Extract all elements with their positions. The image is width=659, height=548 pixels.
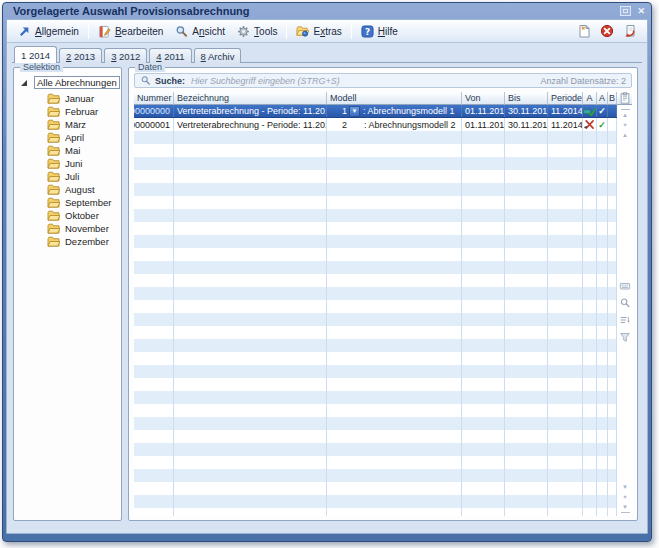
grid-cell bbox=[583, 469, 597, 482]
grid-cell bbox=[505, 235, 548, 248]
grid-cell bbox=[548, 235, 583, 248]
filter-icon[interactable] bbox=[619, 331, 631, 343]
scroll-down-icon[interactable]: ▼ bbox=[617, 482, 632, 492]
new-document-icon[interactable] bbox=[577, 24, 591, 38]
grid-cell bbox=[597, 183, 608, 196]
table-row-1[interactable]: 1000000000Vertreterabrechnung - Periode:… bbox=[134, 105, 617, 118]
toolbar-item-ansicht[interactable]: Ansicht bbox=[169, 23, 231, 40]
table-row-2[interactable]: 1000000001Vertreterabrechnung - Periode:… bbox=[134, 118, 617, 131]
grid-cell bbox=[583, 222, 597, 235]
tree-item-januar[interactable]: Januar bbox=[47, 92, 119, 105]
column-chooser-button[interactable] bbox=[617, 92, 632, 105]
grid-cell bbox=[134, 378, 174, 391]
toolbar-item-bearbeiten[interactable]: Bearbeiten bbox=[92, 23, 169, 40]
search-label: Suche: bbox=[155, 76, 185, 86]
column-header-nummer-0[interactable]: Nummer bbox=[134, 92, 174, 105]
tree-item-juli[interactable]: Juli bbox=[47, 170, 119, 183]
arrow-ne-icon bbox=[18, 25, 31, 38]
grid-cell bbox=[505, 170, 548, 183]
grid-cell bbox=[327, 326, 462, 339]
grid-cell bbox=[583, 482, 597, 495]
grid-cell bbox=[462, 144, 505, 157]
scroll-last-icon[interactable]: ▼ bbox=[621, 502, 630, 513]
tree-item-august[interactable]: August bbox=[47, 183, 119, 196]
grid-cell bbox=[134, 248, 174, 261]
tab-1-2014[interactable]: 1 2014 bbox=[14, 46, 57, 63]
tree-root-alle-abrechnungen[interactable]: Alle Abrechnungen bbox=[21, 75, 119, 90]
nav-diamond-bottom-icon[interactable]: ✦ bbox=[617, 492, 632, 502]
tree-item-februar[interactable]: Februar bbox=[47, 105, 119, 118]
column-header-bezeichnung-1[interactable]: Bezeichnung bbox=[174, 92, 327, 105]
selektion-group-label: Selektion bbox=[20, 62, 63, 72]
tab-8-archiv[interactable]: 8 Archiv bbox=[194, 48, 242, 63]
grid-cell bbox=[505, 391, 548, 404]
tree-item-label: Mai bbox=[65, 145, 80, 156]
sort-icon[interactable] bbox=[619, 314, 631, 326]
tree-expander-icon[interactable] bbox=[21, 80, 27, 86]
search-input[interactable]: Hier Suchbegriff eingeben (STRG+S) bbox=[191, 76, 540, 86]
empty-row bbox=[134, 209, 617, 222]
toolbar: AllgemeinBearbeitenAnsichtToolsExtras?Hi… bbox=[7, 20, 647, 43]
grid-cell bbox=[327, 482, 462, 495]
column-header-a-6[interactable]: A bbox=[583, 92, 597, 105]
tree-item-m-rz[interactable]: März bbox=[47, 118, 119, 131]
grid-cell bbox=[134, 196, 174, 209]
grid-cell bbox=[608, 430, 617, 443]
grid-cell bbox=[174, 495, 327, 508]
grid-cell: 1000000000 bbox=[134, 105, 174, 117]
tree-item-november[interactable]: November bbox=[47, 222, 119, 235]
grid-cell: 01.11.2014 bbox=[462, 105, 505, 117]
modell-dropdown-icon[interactable]: ▼ bbox=[349, 106, 360, 117]
column-header-modell-2[interactable]: Modell bbox=[327, 92, 462, 105]
grid-cell bbox=[174, 456, 327, 469]
tree-item-dezember[interactable]: Dezember bbox=[47, 235, 119, 248]
restore-icon[interactable] bbox=[620, 6, 631, 16]
scroll-first-icon[interactable]: ▲ bbox=[621, 109, 630, 120]
grid-cell bbox=[174, 144, 327, 157]
grid-cell bbox=[462, 365, 505, 378]
toolbar-item-hilfe[interactable]: ?Hilfe bbox=[355, 23, 404, 40]
empty-row bbox=[134, 157, 617, 170]
column-header-von-3[interactable]: Von bbox=[462, 92, 505, 105]
exit-icon[interactable] bbox=[623, 24, 637, 38]
grid-cell bbox=[134, 183, 174, 196]
tab-3-2012[interactable]: 3 2012 bbox=[104, 48, 147, 63]
folder-icon bbox=[47, 223, 60, 234]
grid-cell bbox=[505, 248, 548, 261]
data-grid: NummerBezeichnungModellVonBisPeriodeAAB … bbox=[134, 92, 632, 516]
toolbar-item-tools[interactable]: Tools bbox=[231, 23, 283, 40]
grid-cell bbox=[174, 469, 327, 482]
grid-cell bbox=[174, 391, 327, 404]
toolbar-item-label: Extras bbox=[313, 26, 341, 37]
keyboard-icon[interactable] bbox=[619, 280, 631, 292]
column-header-periode-5[interactable]: Periode bbox=[548, 92, 583, 105]
tab-2-2013[interactable]: 2 2013 bbox=[59, 48, 102, 63]
tree-item-april[interactable]: April bbox=[47, 131, 119, 144]
selektion-groupbox: Selektion Alle Abrechnungen JanuarFebrua… bbox=[13, 67, 122, 521]
zoom-icon[interactable] bbox=[619, 297, 631, 309]
empty-row bbox=[134, 261, 617, 274]
grid-cell bbox=[505, 326, 548, 339]
tree-item-mai[interactable]: Mai bbox=[47, 144, 119, 157]
grid-cell bbox=[583, 339, 597, 352]
delete-icon[interactable] bbox=[600, 24, 614, 38]
tab-4-2011[interactable]: 4 2011 bbox=[149, 48, 191, 63]
close-icon[interactable]: ✕ bbox=[637, 6, 645, 16]
grid-cell bbox=[327, 378, 462, 391]
nav-diamond-top-icon[interactable]: ✦ bbox=[617, 120, 632, 130]
tree-item-september[interactable]: September bbox=[47, 196, 119, 209]
grid-cell: 30.11.2014 bbox=[505, 118, 548, 131]
column-header-bis-4[interactable]: Bis bbox=[505, 92, 548, 105]
toolbar-item-extras[interactable]: Extras bbox=[290, 23, 347, 40]
grid-cell bbox=[462, 183, 505, 196]
tree-item-oktober[interactable]: Oktober bbox=[47, 209, 119, 222]
column-header-b-8[interactable]: B bbox=[608, 92, 617, 105]
grid-cell bbox=[327, 313, 462, 326]
tree-item-juni[interactable]: Juni bbox=[47, 157, 119, 170]
grid-cell bbox=[134, 131, 174, 144]
folder-icon bbox=[47, 106, 60, 117]
column-header-a-7[interactable]: A bbox=[597, 92, 608, 105]
scroll-up-icon[interactable]: ▲ bbox=[617, 130, 632, 140]
toolbar-item-allgemein[interactable]: Allgemein bbox=[12, 23, 85, 40]
grid-cell bbox=[174, 183, 327, 196]
